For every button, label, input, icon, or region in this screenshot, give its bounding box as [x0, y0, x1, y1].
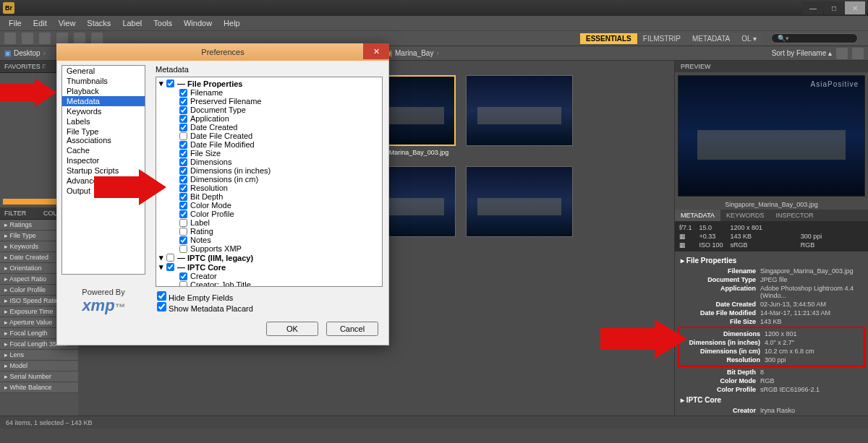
metadata-row: Dimensions1200 x 801: [679, 330, 864, 338]
preview-tab[interactable]: PREVIEW: [675, 61, 868, 72]
workspace-tab[interactable]: METADATA: [686, 33, 736, 44]
tree-item[interactable]: Label: [158, 218, 380, 227]
status-text: 64 items, 1 selected – 143 KB: [6, 419, 93, 426]
filter-item[interactable]: ▸ Model: [0, 361, 78, 371]
metadata-summary: f/7.115.01200 x 801 ▦+0.33143 KB300 ppi …: [675, 221, 868, 251]
tree-item[interactable]: Filename: [158, 88, 380, 97]
category-item[interactable]: Labels: [62, 116, 145, 126]
tree-item[interactable]: Creator: [158, 272, 380, 280]
highlighted-properties: Dimensions1200 x 801Dimensions (in inche…: [678, 327, 865, 367]
metadata-row: Resolution300 ppi: [679, 356, 864, 364]
tree-item[interactable]: File Size: [158, 149, 380, 158]
search-input[interactable]: 🔍▾: [771, 33, 858, 43]
chevron-right-icon: ›: [43, 49, 46, 57]
category-item[interactable]: File Type Associations: [62, 126, 145, 145]
preview-caption: Singapore_Marina_Bay_003.jpg: [675, 199, 868, 210]
tree-item[interactable]: Preserved Filename: [158, 97, 380, 106]
filter-item[interactable]: ▸ Lens: [0, 350, 78, 361]
tree-item[interactable]: Supports XMP: [158, 244, 380, 253]
tree-item[interactable]: Date Created: [158, 123, 380, 132]
category-item[interactable]: Inspector: [62, 155, 145, 165]
tool-icon[interactable]: [22, 33, 33, 44]
tree-item[interactable]: Creator: Job Title: [158, 280, 380, 287]
workspace-tab[interactable]: OL ▾: [736, 33, 762, 44]
window-close-button[interactable]: ✕: [845, 1, 865, 14]
menu-stacks[interactable]: Stacks: [82, 17, 115, 29]
menu-view[interactable]: View: [54, 17, 80, 29]
category-item[interactable]: Cache: [62, 145, 145, 155]
tool-icon[interactable]: [91, 33, 103, 44]
svg-marker-1: [94, 169, 166, 205]
powered-by-xmp: Powered By xmp™: [61, 288, 145, 315]
category-item[interactable]: Keywords: [62, 106, 145, 116]
thumbnail[interactable]: [466, 166, 573, 247]
preview-image: AsiaPositive: [678, 75, 865, 197]
tree-item[interactable]: Date File Created: [158, 132, 380, 140]
dialog-close-button[interactable]: ✕: [363, 43, 389, 59]
tree-item[interactable]: Application: [158, 114, 380, 123]
window-minimize-button[interactable]: —: [803, 1, 823, 14]
view-icon[interactable]: [852, 48, 864, 59]
chevron-right-icon: ›: [436, 49, 438, 57]
filter-item[interactable]: ▸ Serial Number: [0, 371, 78, 382]
tool-icon[interactable]: [74, 33, 85, 44]
menu-file[interactable]: File: [4, 17, 26, 29]
annotation-arrow: [600, 319, 687, 358]
category-item[interactable]: Metadata: [62, 96, 145, 106]
workspace-tab[interactable]: ESSENTIALS: [580, 33, 637, 44]
tree-group[interactable]: ▾ — IPTC (IIM, legacy): [158, 253, 380, 262]
window-maximize-button[interactable]: □: [824, 1, 844, 14]
tree-item[interactable]: Notes: [158, 236, 380, 244]
show-placard-checkbox[interactable]: Show Metadata Placard: [157, 302, 381, 313]
metadata-row: File Size143 KB: [675, 317, 868, 326]
tree-item[interactable]: Document Type: [158, 106, 380, 114]
svg-marker-0: [0, 78, 56, 107]
tree-group[interactable]: ▾ — IPTC Core: [158, 262, 380, 272]
metadata-tab[interactable]: METADATA: [675, 210, 720, 221]
dialog-title: Preferences ✕: [56, 43, 389, 61]
sort-dropdown[interactable]: Sort by Filename ▴: [772, 49, 832, 57]
tree-item[interactable]: Bit Depth: [158, 192, 380, 201]
tree-item[interactable]: Resolution: [158, 184, 380, 192]
tool-icon[interactable]: [39, 33, 51, 44]
path-root[interactable]: Desktop: [11, 49, 43, 57]
tool-icon[interactable]: [4, 33, 16, 44]
menu-label[interactable]: Label: [118, 17, 146, 29]
metadata-row: ApplicationAdobe Photoshop Lightroom 4.4…: [675, 284, 868, 300]
filter-tab[interactable]: FILTER: [0, 207, 39, 220]
tree-item[interactable]: Dimensions (in cm): [158, 175, 380, 184]
category-item[interactable]: General: [62, 66, 145, 76]
hide-empty-checkbox[interactable]: Hide Empty Fields: [157, 291, 381, 302]
workspace-tab[interactable]: FILMSTRIP: [637, 33, 686, 44]
metadata-tree[interactable]: ▾ — File Properties Filename Preserved F…: [156, 77, 383, 287]
path-folder[interactable]: Marina_Bay: [392, 49, 436, 57]
dialog-heading: Metadata: [156, 65, 383, 74]
menu-window[interactable]: Window: [179, 17, 216, 29]
filter-item[interactable]: ▸ White Balance: [0, 382, 78, 393]
menu-help[interactable]: Help: [219, 17, 244, 29]
menu-edit[interactable]: Edit: [29, 17, 51, 29]
tree-item[interactable]: Rating: [158, 227, 380, 236]
category-item[interactable]: Thumbnails: [62, 76, 145, 86]
metadata-row: Color ModeRGB: [675, 377, 868, 385]
metadata-tab[interactable]: INSPECTOR: [770, 210, 820, 221]
tree-item[interactable]: Color Profile: [158, 210, 380, 218]
metadata-row: Bit Depth8: [675, 368, 868, 377]
cancel-button[interactable]: Cancel: [326, 322, 378, 336]
tree-item[interactable]: Color Mode: [158, 201, 380, 210]
ok-button[interactable]: OK: [266, 322, 318, 336]
section-file-properties[interactable]: ▸ File Properties: [675, 254, 868, 267]
thumbnail[interactable]: [466, 75, 573, 156]
metadata-tab[interactable]: KEYWORDS: [720, 210, 770, 221]
tree-item[interactable]: Date File Modified: [158, 140, 380, 149]
tree-group[interactable]: ▾ — File Properties: [158, 79, 380, 88]
status-bar: 64 items, 1 selected – 143 KB: [0, 416, 868, 429]
category-item[interactable]: Playback: [62, 86, 145, 96]
watermark: AsiaPositive: [811, 80, 859, 88]
section-iptc-core[interactable]: ▸ IPTC Core: [675, 394, 868, 406]
menu-tools[interactable]: Tools: [149, 17, 176, 29]
tree-item[interactable]: Dimensions (in inches): [158, 166, 380, 175]
sort-icon[interactable]: [836, 48, 848, 59]
tool-icon[interactable]: [56, 33, 68, 44]
tree-item[interactable]: Dimensions: [158, 158, 380, 166]
